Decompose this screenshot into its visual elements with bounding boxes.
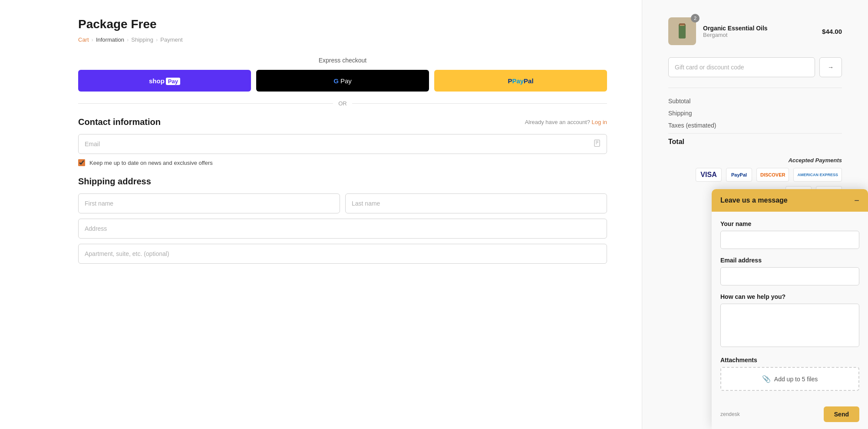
product-image xyxy=(668,17,696,45)
newsletter-label: Keep me up to date on news and exclusive… xyxy=(89,160,213,166)
shipping-row: Shipping xyxy=(668,107,842,119)
product-variant: Bergamot xyxy=(703,32,815,38)
subtotal-label: Subtotal xyxy=(668,98,690,105)
product-info: Organic Essential Oils Bergamot xyxy=(703,25,815,38)
name-fields-row xyxy=(78,193,607,213)
discount-row: → xyxy=(668,57,842,77)
shipping-label: Shipping xyxy=(668,110,692,117)
separator-3: › xyxy=(156,36,158,43)
chat-message-textarea[interactable] xyxy=(720,304,859,347)
separator-1: › xyxy=(92,36,93,43)
svg-rect-4 xyxy=(679,24,686,38)
chat-name-input[interactable] xyxy=(720,231,859,249)
svg-rect-0 xyxy=(594,140,600,147)
taxes-row: Taxes (estimated) xyxy=(668,119,842,131)
chat-header: Leave us a message − xyxy=(712,189,868,212)
contact-section-header: Contact information Already have an acco… xyxy=(78,117,607,127)
attachments-box[interactable]: 📎 Add up to 5 files xyxy=(720,367,859,391)
send-button[interactable]: Send xyxy=(824,406,859,422)
paperclip-icon: 📎 xyxy=(762,375,771,383)
chat-footer: zendesk Send xyxy=(712,406,868,429)
svg-rect-6 xyxy=(680,25,685,26)
amex-logo: AMERICAN EXPRESS xyxy=(793,168,842,182)
left-panel: Package Free Cart › Information › Shippi… xyxy=(0,0,642,429)
email-address-label: Email address xyxy=(720,257,859,264)
breadcrumb-shipping: Shipping xyxy=(131,36,153,43)
chat-widget: Leave us a message − Your name Email add… xyxy=(712,189,868,429)
subtotal-row: Subtotal xyxy=(668,95,842,107)
product-image-wrap: 2 xyxy=(668,17,696,45)
apply-discount-button[interactable]: → xyxy=(819,57,842,77)
brand-title: Package Free xyxy=(78,17,607,31)
apt-input[interactable] xyxy=(78,244,607,264)
address-field-group xyxy=(78,219,607,239)
zendesk-label: zendesk xyxy=(720,411,740,417)
chat-close-button[interactable]: − xyxy=(854,196,859,205)
chat-body: Your name Email address How can we help … xyxy=(712,212,868,406)
separator-2: › xyxy=(127,36,129,43)
contact-title: Contact information xyxy=(78,117,161,127)
total-label: Total xyxy=(668,138,684,146)
shoppay-text: shopPay xyxy=(149,77,180,85)
product-price: $44.00 xyxy=(822,28,842,35)
email-field-group xyxy=(78,134,607,154)
taxes-label: Taxes (estimated) xyxy=(668,122,716,129)
discover-logo: DISCOVER xyxy=(756,168,789,182)
paypal-text: PPayPal xyxy=(508,77,533,85)
breadcrumb-cart[interactable]: Cart xyxy=(78,36,89,43)
chat-email-input[interactable] xyxy=(720,267,859,285)
chat-header-title: Leave us a message xyxy=(720,196,788,204)
breadcrumb: Cart › Information › Shipping › Payment xyxy=(78,36,607,43)
shipping-title: Shipping address xyxy=(78,177,607,187)
already-account-text: Already have an account? Log in xyxy=(525,119,607,125)
gpay-button[interactable]: G Pay xyxy=(256,70,429,92)
shoppay-button[interactable]: shopPay xyxy=(78,70,251,92)
cost-table: Subtotal Shipping Taxes (estimated) Tota… xyxy=(668,88,842,150)
accepted-payments-label: Accepted Payments xyxy=(668,157,842,164)
or-text: OR xyxy=(338,100,347,107)
paypal-logo: PayPal xyxy=(726,168,752,182)
express-checkout-buttons: shopPay G Pay PPayPal xyxy=(78,70,607,92)
paypal-button[interactable]: PPayPal xyxy=(434,70,607,92)
last-name-input[interactable] xyxy=(345,193,607,213)
visa-logo: VISA xyxy=(696,168,722,182)
express-checkout-label: Express checkout xyxy=(78,57,607,64)
attachments-label: Attachments xyxy=(720,357,859,364)
product-quantity-badge: 2 xyxy=(691,14,700,23)
your-name-label: Your name xyxy=(720,220,859,227)
product-name: Organic Essential Oils xyxy=(703,25,815,32)
help-label: How can we help you? xyxy=(720,293,859,300)
address-input[interactable] xyxy=(78,219,607,239)
newsletter-checkbox[interactable] xyxy=(78,159,85,166)
product-row: 2 Organic Essential Oils Bergamot $44.00 xyxy=(668,17,842,45)
apt-field-group xyxy=(78,244,607,264)
email-input[interactable] xyxy=(78,134,607,154)
gpay-text: G Pay xyxy=(333,77,352,85)
discount-input[interactable] xyxy=(668,57,815,77)
breadcrumb-information: Information xyxy=(96,36,124,43)
contact-book-icon xyxy=(593,139,601,149)
add-files-text: Add up to 5 files xyxy=(774,376,818,383)
breadcrumb-payment: Payment xyxy=(160,36,182,43)
first-name-input[interactable] xyxy=(78,193,340,213)
login-link[interactable]: Log in xyxy=(592,119,607,125)
total-row: Total xyxy=(668,133,842,150)
or-divider: OR xyxy=(78,100,607,107)
newsletter-row: Keep me up to date on news and exclusive… xyxy=(78,159,607,166)
